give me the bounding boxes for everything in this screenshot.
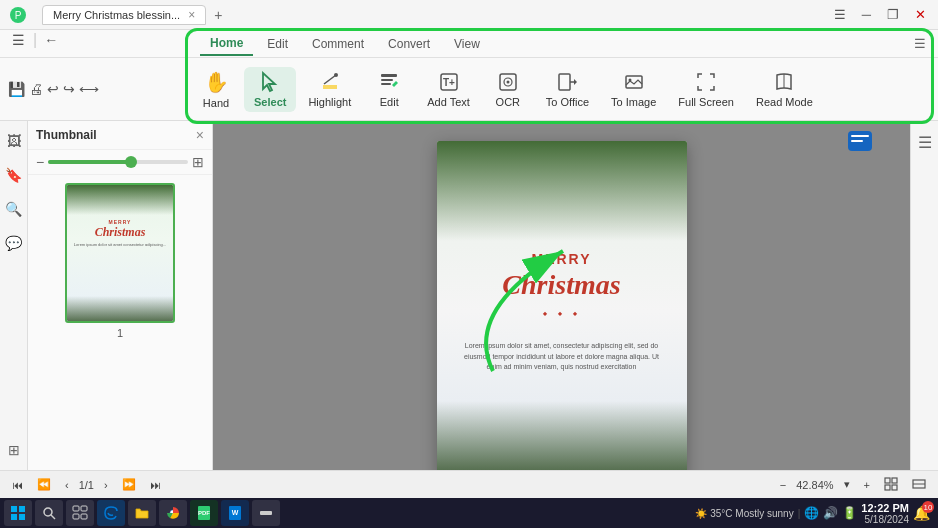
svg-rect-28	[885, 485, 890, 490]
tab-convert[interactable]: Convert	[378, 33, 440, 55]
menu-btn[interactable]: ☰	[830, 5, 850, 24]
close-btn[interactable]: ✕	[911, 5, 930, 24]
chrome-btn[interactable]	[159, 500, 187, 526]
svg-rect-3	[323, 85, 337, 89]
share-icon[interactable]: ⟷	[79, 81, 99, 97]
to-image-label: To Image	[611, 96, 656, 108]
save-icon[interactable]: 💾	[8, 81, 25, 97]
restore-btn[interactable]: ❐	[883, 5, 903, 24]
ai-chat-btn[interactable]	[846, 129, 874, 161]
zoom-expand-icon[interactable]: ⊞	[192, 154, 204, 170]
thumbnail-close-btn[interactable]: ×	[196, 127, 204, 143]
svg-rect-29	[892, 485, 897, 490]
select-tool-btn[interactable]: Select	[244, 67, 296, 112]
active-tab[interactable]: Merry Christmas blessin... ×	[42, 5, 206, 25]
add-text-label: Add Text	[427, 96, 470, 108]
edit-label: Edit	[380, 96, 399, 108]
extra-btn[interactable]	[252, 500, 280, 526]
menu-expand-icon[interactable]: ☰	[914, 36, 938, 51]
page-info: 1/1	[79, 479, 94, 491]
document-view[interactable]: MERRY Christmas ⬥ ⬥ ⬥ Lorem ipsum dolor …	[213, 121, 910, 470]
toolbar-container: ☰ | ← Home Edit Comment Convert View ☰ 💾…	[0, 30, 938, 121]
window-controls: ☰ ─ ❐ ✕	[830, 5, 930, 24]
sidebar-comment-icon[interactable]: 💬	[1, 231, 26, 255]
pdf-app-btn[interactable]: PDF	[190, 500, 218, 526]
to-image-tool-btn[interactable]: To Image	[601, 67, 666, 112]
zoom-out-status-btn[interactable]: −	[776, 478, 790, 492]
print-icon[interactable]: 🖨	[29, 81, 43, 97]
tab-close-btn[interactable]: ×	[188, 8, 195, 22]
edit-icon	[378, 71, 400, 93]
tab-comment[interactable]: Comment	[302, 33, 374, 55]
card-christmas-text: Christmas	[437, 269, 687, 301]
windows-taskbar: PDF W ☀️ 35°C Mostly sunny | 🌐 🔊 🔋 12:22…	[0, 498, 938, 528]
ocr-icon	[497, 71, 519, 93]
read-mode-tool-btn[interactable]: Read Mode	[746, 67, 823, 112]
highlight-tool-btn[interactable]: Highlight	[298, 67, 361, 112]
sidebar-search-icon[interactable]: 🔍	[1, 197, 26, 221]
to-office-tool-btn[interactable]: To Office	[536, 67, 599, 112]
app-logo: P	[8, 5, 28, 25]
tab-view[interactable]: View	[444, 33, 490, 55]
tab-home[interactable]: Home	[200, 32, 253, 56]
battery-icon[interactable]: 🔋	[842, 506, 857, 520]
network-icon[interactable]: 🌐	[804, 506, 819, 520]
svg-line-4	[324, 75, 336, 84]
sidebar-thumbnail-icon[interactable]: 🖼	[3, 129, 25, 153]
nav-first-btn[interactable]: ⏮	[8, 478, 27, 492]
tab-add-btn[interactable]: +	[208, 7, 228, 23]
svg-rect-34	[11, 514, 17, 520]
fit-page-btn[interactable]	[880, 476, 902, 494]
card-top-decoration	[437, 141, 687, 241]
taskbar-datetime[interactable]: 12:22 PM 5/18/2024	[861, 502, 909, 525]
search-btn[interactable]	[35, 500, 63, 526]
svg-text:PDF: PDF	[198, 510, 210, 516]
back-nav-icon[interactable]: ←	[41, 30, 61, 50]
nav-next-fast-btn[interactable]: ⏩	[118, 477, 140, 492]
sound-icon[interactable]: 🔊	[823, 506, 838, 520]
word-btn[interactable]: W	[221, 500, 249, 526]
edit-tool-btn[interactable]: Edit	[363, 67, 415, 112]
sidebar-bookmark-icon[interactable]: 🔖	[1, 163, 26, 187]
thumbnail-header: Thumbnail ×	[28, 121, 212, 150]
nav-prev-btn[interactable]: ‹	[61, 478, 73, 492]
hand-icon: ✋	[204, 70, 229, 94]
fit-width-btn[interactable]	[908, 476, 930, 494]
task-view-btn[interactable]	[66, 500, 94, 526]
right-sidebar: ☰	[910, 121, 938, 470]
nav-last-btn[interactable]: ⏭	[146, 478, 165, 492]
ocr-label: OCR	[496, 96, 520, 108]
tab-edit[interactable]: Edit	[257, 33, 298, 55]
thumbnail-page-1[interactable]: MERRY Christmas Lorem ipsum dolor sit am…	[36, 183, 204, 339]
sidebar-layer-icon[interactable]: ⊞	[4, 438, 24, 462]
undo-icon[interactable]: ↩	[47, 81, 59, 97]
zoom-out-icon[interactable]: −	[36, 154, 44, 170]
taskbar-sep: |	[798, 508, 801, 519]
full-screen-tool-btn[interactable]: Full Screen	[668, 67, 744, 112]
svg-rect-35	[19, 514, 25, 520]
menu-tabs: ☰ | ← Home Edit Comment Convert View ☰	[0, 30, 938, 58]
minimize-btn[interactable]: ─	[858, 5, 875, 24]
quick-menu-icon[interactable]: ☰	[8, 30, 29, 50]
zoom-in-status-btn[interactable]: +	[860, 478, 874, 492]
start-btn[interactable]	[4, 500, 32, 526]
zoom-slider[interactable]	[48, 160, 188, 164]
add-text-tool-btn[interactable]: T+ Add Text	[417, 67, 480, 112]
file-explorer-btn[interactable]	[128, 500, 156, 526]
ocr-tool-btn[interactable]: OCR	[482, 67, 534, 112]
zoom-percent: 42.84%	[796, 479, 833, 491]
zoom-dropdown-btn[interactable]: ▾	[840, 477, 854, 492]
thumbnail-img-1: MERRY Christmas Lorem ipsum dolor sit am…	[65, 183, 175, 323]
svg-rect-47	[260, 511, 272, 515]
hand-tool-btn[interactable]: ✋ Hand	[190, 66, 242, 113]
right-sidebar-icon[interactable]: ☰	[914, 129, 936, 156]
nav-next-btn[interactable]: ›	[100, 478, 112, 492]
nav-prev-fast-btn[interactable]: ⏪	[33, 477, 55, 492]
svg-marker-2	[263, 73, 275, 91]
notification-btn[interactable]: 🔔 10	[913, 505, 930, 521]
svg-rect-23	[851, 135, 869, 137]
card-bottom-decoration	[437, 401, 687, 470]
card-ornament: ⬥ ⬥ ⬥	[437, 307, 687, 318]
edge-taskbar-btn[interactable]	[97, 500, 125, 526]
redo-icon[interactable]: ↪	[63, 81, 75, 97]
